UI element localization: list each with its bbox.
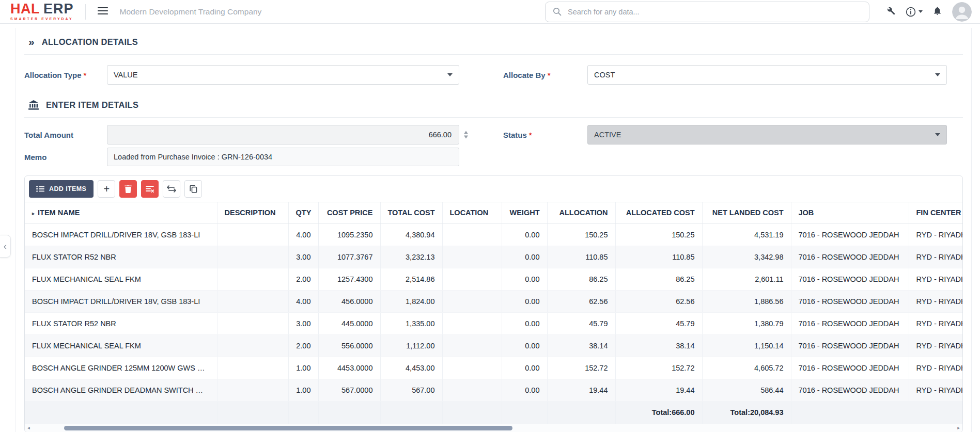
- table-cell[interactable]: 7016 - ROSEWOOD JEDDAH: [791, 246, 909, 268]
- table-cell[interactable]: 567.00: [380, 379, 442, 401]
- table-cell[interactable]: 4,453.00: [380, 357, 442, 379]
- column-header-allocated-cost[interactable]: ALLOCATED COST: [615, 202, 702, 223]
- column-header-location[interactable]: LOCATION: [442, 202, 502, 223]
- table-cell[interactable]: 1095.2350: [318, 223, 380, 246]
- add-items-button[interactable]: ADD ITEMS: [29, 180, 94, 198]
- table-cell[interactable]: 1,886.56: [702, 290, 791, 312]
- table-cell[interactable]: [217, 223, 288, 246]
- table-cell[interactable]: 567.0000: [318, 379, 380, 401]
- table-row[interactable]: FLUX STATOR R52 NBR3.00445.00001,335.000…: [25, 312, 962, 334]
- table-cell[interactable]: 0.00: [502, 334, 547, 357]
- search-input[interactable]: [567, 7, 862, 17]
- table-cell[interactable]: RYD - RIYADH: [909, 379, 962, 401]
- table-cell[interactable]: RYD - RIYADH: [909, 223, 962, 246]
- table-cell[interactable]: 45.79: [547, 312, 615, 334]
- table-cell[interactable]: 4453.0000: [318, 357, 380, 379]
- table-cell[interactable]: 19.44: [547, 379, 615, 401]
- stepper-down-icon[interactable]: [464, 136, 468, 139]
- tools-button[interactable]: [882, 2, 899, 21]
- table-cell[interactable]: 152.72: [547, 357, 615, 379]
- table-cell[interactable]: 110.85: [615, 246, 702, 268]
- table-row[interactable]: FLUX STATOR R52 NBR3.001077.37673,232.13…: [25, 246, 962, 268]
- column-header-net-landed-cost[interactable]: NET LANDED COST: [702, 202, 791, 223]
- table-cell[interactable]: 4.00: [288, 223, 318, 246]
- allocation-type-select[interactable]: VALUE: [107, 65, 459, 85]
- memo-input[interactable]: [107, 148, 459, 166]
- app-logo[interactable]: HAL ERP SMARTER EVERYDAY: [10, 2, 74, 21]
- table-cell[interactable]: RYD - RIYADH: [909, 357, 962, 379]
- swap-rows-button[interactable]: [163, 180, 180, 198]
- table-cell[interactable]: 62.56: [547, 290, 615, 312]
- table-cell[interactable]: [217, 379, 288, 401]
- total-amount-input[interactable]: [107, 125, 459, 145]
- table-cell[interactable]: BOSCH IMPACT DRILL/DRIVER 18V, GSB 183-L…: [25, 290, 217, 312]
- table-cell[interactable]: 0.00: [502, 223, 547, 246]
- table-cell[interactable]: 0.00: [502, 246, 547, 268]
- scrollbar-thumb[interactable]: [64, 426, 512, 430]
- stepper-up-icon[interactable]: [464, 131, 468, 134]
- table-cell[interactable]: 4,605.72: [702, 357, 791, 379]
- table-cell[interactable]: [217, 334, 288, 357]
- table-cell[interactable]: [442, 268, 502, 290]
- table-cell[interactable]: 3.00: [288, 312, 318, 334]
- table-cell[interactable]: [442, 357, 502, 379]
- table-cell[interactable]: 150.25: [615, 223, 702, 246]
- table-cell[interactable]: RYD - RIYADH: [909, 334, 962, 357]
- table-cell[interactable]: BOSCH ANGLE GRINDER DEADMAN SWITCH …: [25, 379, 217, 401]
- table-cell[interactable]: 0.00: [502, 290, 547, 312]
- table-row[interactable]: BOSCH IMPACT DRILL/DRIVER 18V, GSB 183-L…: [25, 290, 962, 312]
- table-cell[interactable]: BOSCH ANGLE GRINDER 125MM 1200W GWS …: [25, 357, 217, 379]
- table-cell[interactable]: 3.00: [288, 246, 318, 268]
- table-cell[interactable]: [442, 334, 502, 357]
- table-cell[interactable]: [442, 246, 502, 268]
- table-cell[interactable]: 19.44: [615, 379, 702, 401]
- table-cell[interactable]: [217, 312, 288, 334]
- add-row-button[interactable]: +: [98, 180, 115, 198]
- table-cell[interactable]: 7016 - ROSEWOOD JEDDAH: [791, 379, 909, 401]
- table-cell[interactable]: [442, 312, 502, 334]
- double-chevron-icon[interactable]: »: [28, 36, 35, 47]
- table-cell[interactable]: RYD - RIYADH: [909, 290, 962, 312]
- table-cell[interactable]: 7016 - ROSEWOOD JEDDAH: [791, 290, 909, 312]
- table-cell[interactable]: 7016 - ROSEWOOD JEDDAH: [791, 334, 909, 357]
- table-cell[interactable]: 1,380.79: [702, 312, 791, 334]
- table-cell[interactable]: 1.00: [288, 379, 318, 401]
- table-cell[interactable]: 586.44: [702, 379, 791, 401]
- menu-toggle-button[interactable]: [94, 3, 112, 20]
- scroll-right-icon[interactable]: ▸: [957, 425, 960, 430]
- delete-all-rows-button[interactable]: [141, 180, 159, 198]
- allocate-by-select[interactable]: COST: [587, 65, 947, 85]
- sidebar-collapse-button[interactable]: ‹: [0, 235, 11, 258]
- table-cell[interactable]: 38.14: [547, 334, 615, 357]
- table-cell[interactable]: 1077.3767: [318, 246, 380, 268]
- column-header-description[interactable]: DESCRIPTION: [217, 202, 288, 223]
- table-cell[interactable]: RYD - RIYADH: [909, 312, 962, 334]
- table-cell[interactable]: 445.0000: [318, 312, 380, 334]
- table-cell[interactable]: 2,601.11: [702, 268, 791, 290]
- table-cell[interactable]: 7016 - ROSEWOOD JEDDAH: [791, 268, 909, 290]
- table-cell[interactable]: [442, 379, 502, 401]
- table-cell[interactable]: 4.00: [288, 290, 318, 312]
- table-cell[interactable]: FLUX MECHANICAL SEAL FKM: [25, 334, 217, 357]
- column-header-fin-center[interactable]: FIN CENTER: [909, 202, 962, 223]
- delete-row-button[interactable]: [119, 180, 137, 198]
- table-cell[interactable]: FLUX STATOR R52 NBR: [25, 312, 217, 334]
- table-cell[interactable]: 0.00: [502, 357, 547, 379]
- info-menu-button[interactable]: [905, 4, 924, 20]
- column-header-job[interactable]: JOB: [791, 202, 909, 223]
- table-cell[interactable]: [217, 268, 288, 290]
- column-header-cost-price[interactable]: COST PRICE: [318, 202, 380, 223]
- table-cell[interactable]: FLUX STATOR R52 NBR: [25, 246, 217, 268]
- table-cell[interactable]: 1,824.00: [380, 290, 442, 312]
- table-cell[interactable]: 1257.4300: [318, 268, 380, 290]
- table-cell[interactable]: 2.00: [288, 334, 318, 357]
- table-cell[interactable]: 0.00: [502, 379, 547, 401]
- table-cell[interactable]: [217, 290, 288, 312]
- table-row[interactable]: FLUX MECHANICAL SEAL FKM2.00556.00001,11…: [25, 334, 962, 357]
- scroll-left-icon[interactable]: ◂: [27, 425, 30, 430]
- table-cell[interactable]: [442, 223, 502, 246]
- table-cell[interactable]: 0.00: [502, 312, 547, 334]
- table-cell[interactable]: 456.0000: [318, 290, 380, 312]
- horizontal-scrollbar[interactable]: ◂ ▸: [25, 424, 962, 432]
- column-header-item-name[interactable]: ▸ITEM NAME: [25, 202, 217, 223]
